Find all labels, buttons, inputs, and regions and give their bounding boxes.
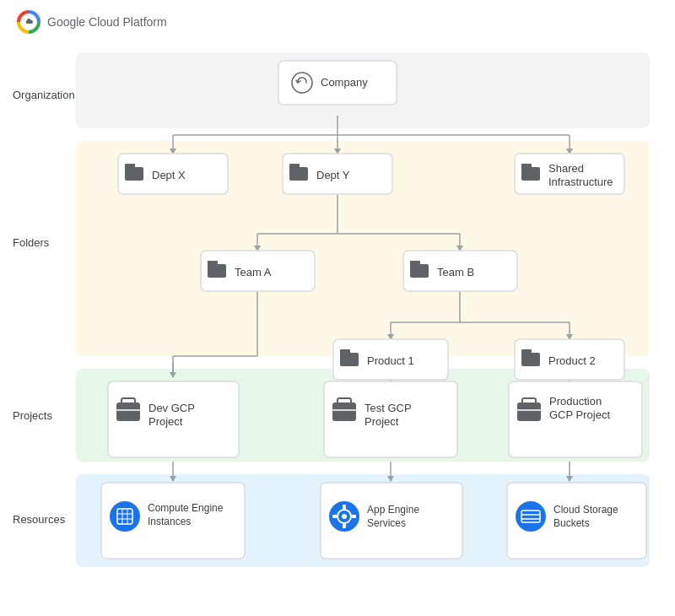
svg-text:Instances: Instances [148,516,191,527]
svg-rect-6 [125,164,135,169]
svg-rect-67 [352,515,356,518]
svg-point-63 [342,514,347,519]
svg-text:Project: Project [148,415,183,428]
svg-rect-23 [410,261,420,266]
diagram: Organization Folders Projects Resources [8,44,667,613]
svg-text:Cloud Storage: Cloud Storage [554,504,618,516]
svg-rect-30 [521,353,540,366]
svg-point-52 [110,501,140,532]
resources-label: Resources [13,513,66,526]
svg-rect-14 [521,164,532,169]
teama-node: Team A [201,251,315,291]
svg-rect-66 [332,515,337,518]
shared-infra-node: Shared Infrastructure [515,154,624,194]
app-engine-node: App Engine Services [321,483,462,559]
svg-rect-22 [410,264,429,278]
product1-node: Product 1 [333,339,448,380]
svg-text:App Engine: App Engine [367,504,419,516]
svg-text:Infrastructure: Infrastructure [548,176,613,188]
svg-rect-19 [208,261,218,266]
svg-text:GCP Project: GCP Project [549,408,610,421]
app-container: Google Cloud Platform Organization Folde… [0,0,675,616]
svg-text:Production: Production [549,395,602,408]
deptx-node: Dept X [118,154,228,194]
folders-label: Folders [13,236,50,249]
svg-rect-18 [208,264,226,278]
product2-node: Product 2 [515,339,624,380]
svg-text:Dept X: Dept X [152,169,186,181]
dev-project-node: Dev GCP Project [108,381,239,457]
svg-text:Services: Services [367,517,406,529]
svg-text:Dept Y: Dept Y [316,169,350,181]
company-node: Company [278,61,397,105]
compute-engine-node: Compute Engine Instances [101,483,245,559]
svg-rect-64 [343,505,346,509]
svg-text:Team B: Team B [437,266,474,278]
svg-text:Product 1: Product 1 [367,354,414,367]
svg-text:Team A: Team A [235,266,272,278]
svg-text:Shared: Shared [548,162,584,175]
svg-point-71 [516,501,546,532]
cloud-storage-node: Cloud Storage Buckets [507,483,646,559]
svg-text:Test GCP: Test GCP [364,402,412,414]
svg-rect-5 [125,167,143,181]
teamb-node: Team B [403,251,517,291]
test-project-node: Test GCP Project [324,381,457,457]
svg-text:Project: Project [364,415,399,428]
gcp-logo-text: Google Cloud Platform [47,15,167,29]
header: Google Cloud Platform [0,0,675,44]
gcp-logo-icon [17,10,40,34]
svg-rect-65 [343,524,346,528]
projects-label: Projects [13,409,52,422]
svg-text:Compute Engine: Compute Engine [148,502,224,514]
depty-node: Dept Y [283,154,392,194]
svg-text:Product 2: Product 2 [548,354,596,367]
svg-rect-9 [289,167,308,181]
prod-project-node: Production GCP Project [509,381,642,457]
svg-text:Dev GCP: Dev GCP [148,402,195,414]
svg-text:Buckets: Buckets [554,517,590,529]
svg-rect-31 [521,349,532,354]
svg-rect-26 [340,353,359,366]
svg-rect-10 [289,164,300,169]
svg-rect-13 [521,167,540,181]
org-label: Organization [13,89,75,101]
svg-rect-27 [340,349,350,354]
company-label: Company [321,76,368,89]
